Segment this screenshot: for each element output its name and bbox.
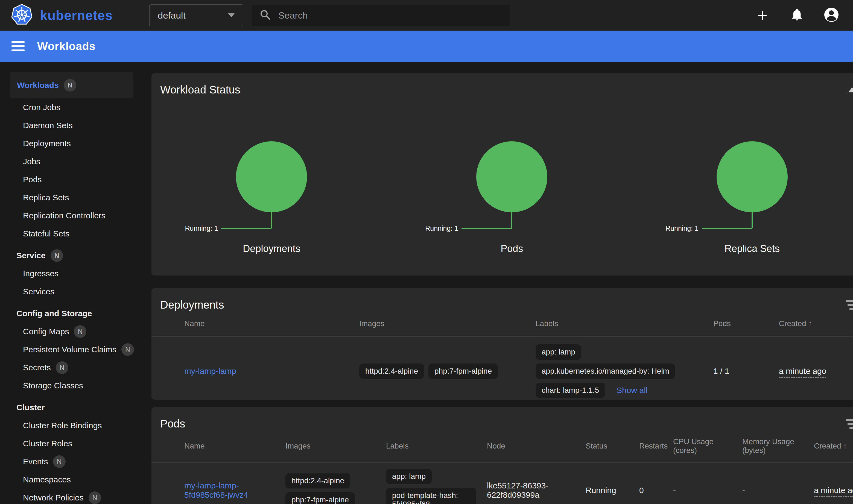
sidebar-item-deployments[interactable]: Deployments bbox=[0, 134, 142, 152]
column-header-pods[interactable]: Pods bbox=[713, 319, 779, 328]
column-header-created[interactable]: Created ↑ bbox=[779, 319, 853, 328]
label-chip: app: lamp bbox=[536, 344, 581, 360]
page-title: Workloads bbox=[37, 40, 95, 53]
deployments-table-header: Name Images Labels Pods Created ↑ bbox=[152, 311, 853, 336]
main-content: Workload Status Running: 1 Deployments R… bbox=[142, 62, 853, 504]
search-icon bbox=[259, 9, 271, 22]
sidebar-item-services[interactable]: Services bbox=[0, 283, 142, 301]
pods-table-header: Name Images Labels Node Status Restarts … bbox=[152, 430, 853, 462]
create-resource-button[interactable]: + bbox=[753, 6, 772, 25]
sidebar-item-replication-controllers[interactable]: Replication Controllers bbox=[0, 206, 142, 225]
column-header-memory[interactable]: Memory Usage (bytes) bbox=[742, 437, 814, 455]
workload-status-card: Workload Status Running: 1 Deployments R… bbox=[152, 73, 853, 275]
sidebar-item-workloads[interactable]: Workloads N bbox=[10, 72, 134, 98]
created-time: a minute ago bbox=[814, 486, 853, 497]
sidebar-item-pods[interactable]: Pods bbox=[0, 170, 142, 188]
workload-status-title: Workload Status bbox=[160, 84, 240, 96]
sidebar-item-persistent-volume-claims[interactable]: Persistent Volume Claims N bbox=[0, 341, 142, 359]
image-chip: php:7-fpm-alpine bbox=[285, 492, 355, 504]
sidebar-item-cluster-roles[interactable]: Cluster Roles bbox=[0, 435, 142, 453]
pie-title: Pods bbox=[392, 243, 632, 254]
namespaced-badge: N bbox=[64, 79, 76, 92]
sidebar-item-namespaces[interactable]: Namespaces bbox=[0, 471, 142, 489]
sidebar-item-config-and-storage[interactable]: Config and Storage bbox=[0, 305, 142, 323]
namespaced-badge: N bbox=[89, 491, 101, 504]
pie-annotation: Running: 1 bbox=[185, 224, 218, 232]
callout-line bbox=[462, 228, 512, 229]
pods-pie-chart: Running: 1 Pods bbox=[392, 141, 632, 254]
created-time: a minute ago bbox=[779, 366, 826, 378]
label-chip: app.kubernetes.io/managed-by: Helm bbox=[536, 363, 675, 379]
sidebar-item-config-maps[interactable]: Config Maps N bbox=[0, 323, 142, 341]
sidebar-item-replica-sets[interactable]: Replica Sets bbox=[0, 188, 142, 206]
menu-hamburger-icon[interactable] bbox=[12, 41, 24, 51]
show-all-labels-link[interactable]: Show all bbox=[617, 386, 647, 395]
deployments-card: Deployments Name Images Labels Pods Crea… bbox=[152, 288, 853, 400]
namespaced-badge: N bbox=[56, 361, 68, 374]
column-header-restarts[interactable]: Restarts bbox=[639, 442, 673, 450]
filter-list-icon[interactable] bbox=[846, 300, 853, 310]
namespace-select-value: default bbox=[158, 10, 185, 21]
namespaced-badge: N bbox=[51, 249, 63, 262]
sort-ascending-icon: ↑ bbox=[808, 319, 812, 328]
callout-line bbox=[511, 212, 512, 228]
namespace-select[interactable]: default bbox=[149, 4, 243, 26]
deployment-name-link[interactable]: my-lamp-lamp bbox=[184, 366, 236, 376]
sidebar-item-jobs[interactable]: Jobs bbox=[0, 152, 142, 170]
notifications-button[interactable] bbox=[787, 6, 806, 25]
column-header-labels[interactable]: Labels bbox=[536, 319, 713, 328]
replica-sets-pie-chart: Running: 1 Replica Sets bbox=[632, 141, 853, 254]
search-bar bbox=[252, 5, 510, 26]
callout-line bbox=[751, 212, 753, 228]
column-header-labels[interactable]: Labels bbox=[386, 442, 487, 450]
callout-line bbox=[221, 228, 271, 229]
label-chip: chart: lamp-1.1.5 bbox=[536, 383, 605, 398]
sidebar-item-stateful-sets[interactable]: Stateful Sets bbox=[0, 225, 142, 243]
pie-title: Replica Sets bbox=[632, 243, 853, 254]
column-header-status[interactable]: Status bbox=[586, 442, 639, 450]
column-header-created[interactable]: Created ↑ bbox=[814, 442, 853, 450]
node-name: lke55127-86393-622f8d09399a bbox=[487, 481, 586, 500]
pie-annotation: Running: 1 bbox=[425, 224, 458, 232]
sidebar-item-events[interactable]: Events N bbox=[0, 453, 142, 471]
sidebar-item-cluster[interactable]: Cluster bbox=[0, 398, 142, 416]
sidebar-item-service[interactable]: Service N bbox=[0, 247, 142, 265]
topbar-actions: + bbox=[753, 6, 853, 25]
pie-slice-running bbox=[476, 141, 547, 212]
top-bar: kubernetes default + bbox=[0, 0, 853, 31]
sidebar-item-network-policies[interactable]: Network Policies N bbox=[0, 489, 142, 504]
column-header-node[interactable]: Node bbox=[487, 442, 586, 450]
bell-icon bbox=[790, 8, 804, 23]
namespaced-badge: N bbox=[121, 343, 134, 356]
user-menu-button[interactable] bbox=[822, 6, 841, 25]
sidebar-item-cron-jobs[interactable]: Cron Jobs bbox=[0, 98, 142, 116]
restarts-count: 0 bbox=[639, 486, 673, 495]
column-header-name[interactable]: Name bbox=[184, 319, 359, 328]
namespaced-badge: N bbox=[53, 455, 66, 468]
pod-status: Running bbox=[586, 486, 639, 495]
sidebar-item-storage-classes[interactable]: Storage Classes bbox=[0, 377, 142, 395]
kubernetes-brand-link[interactable]: kubernetes bbox=[0, 4, 149, 27]
chevron-down-icon bbox=[228, 13, 235, 17]
column-header-name[interactable]: Name bbox=[184, 442, 285, 450]
sidebar-item-cluster-role-bindings[interactable]: Cluster Role Bindings bbox=[0, 416, 142, 435]
pod-name-link[interactable]: my-lamp-lamp-5fd985cf68-jwvz4 bbox=[184, 481, 248, 499]
column-header-cpu[interactable]: CPU Usage (cores) bbox=[673, 437, 742, 455]
sidebar-item-ingresses[interactable]: Ingresses bbox=[0, 265, 142, 283]
collapse-card-icon[interactable] bbox=[848, 88, 853, 92]
column-header-images[interactable]: Images bbox=[285, 442, 386, 450]
sidebar-nav: Workloads N Cron Jobs Daemon Sets Deploy… bbox=[0, 62, 142, 504]
search-input[interactable] bbox=[278, 10, 502, 21]
column-header-images[interactable]: Images bbox=[359, 319, 536, 328]
sidebar-item-daemon-sets[interactable]: Daemon Sets bbox=[0, 116, 142, 134]
pods-title: Pods bbox=[160, 418, 185, 430]
filter-list-icon[interactable] bbox=[846, 419, 853, 429]
deployments-pie-chart: Running: 1 Deployments bbox=[152, 141, 392, 254]
pie-annotation: Running: 1 bbox=[665, 224, 698, 232]
pie-title: Deployments bbox=[152, 243, 392, 254]
sidebar-item-secrets[interactable]: Secrets N bbox=[0, 359, 142, 377]
brand-wordmark: kubernetes bbox=[40, 8, 113, 23]
image-chip: httpd:2.4-alpine bbox=[359, 363, 424, 379]
table-row: my-lamp-lamp-5fd985cf68-jwvz4 httpd:2.4-… bbox=[152, 462, 853, 504]
namespaced-badge: N bbox=[74, 325, 86, 338]
